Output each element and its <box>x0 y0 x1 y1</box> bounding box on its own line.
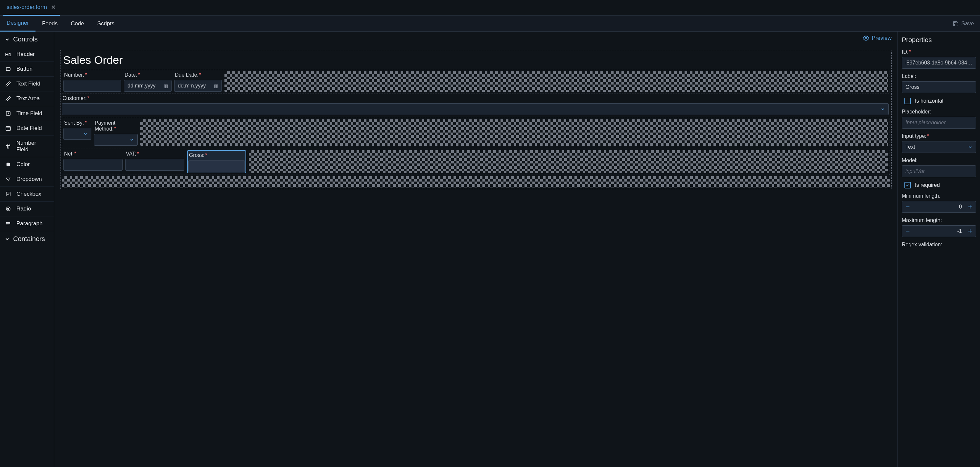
control-paragraph[interactable]: Paragraph <box>0 217 54 231</box>
field-customer[interactable]: Customer:* <box>62 95 889 115</box>
empty-drop-zone[interactable] <box>249 150 888 173</box>
pencil-icon <box>5 96 12 102</box>
tab-designer[interactable]: Designer <box>0 16 35 32</box>
control-checkbox[interactable]: Checkbox <box>0 187 54 202</box>
form-row[interactable]: Number:* Date:* dd.mm.yyyy ▦ Due Date:* <box>62 70 890 93</box>
properties-title: Properties <box>902 36 976 44</box>
plus-button[interactable]: + <box>964 227 976 236</box>
prop-min-length[interactable]: − 0 + <box>902 201 976 213</box>
field-vat[interactable]: VAT:* <box>125 150 185 173</box>
field-date[interactable]: Date:* dd.mm.yyyy ▦ <box>124 72 172 92</box>
prop-id-input[interactable]: i897eb603-1a8c-9b64-0342-0... <box>902 57 976 69</box>
field-due-date[interactable]: Due Date:* dd.mm.yyyy ▦ <box>174 72 222 92</box>
control-text-field[interactable]: Text Field <box>0 77 54 91</box>
field-sent-by[interactable]: Sent By:* <box>64 120 91 146</box>
chevron-down-icon <box>5 37 10 42</box>
required-marker: * <box>927 133 929 139</box>
prop-input-type-select[interactable]: Text <box>902 141 976 153</box>
save-button[interactable]: Save <box>953 21 974 27</box>
prop-max-length[interactable]: − -1 + <box>902 225 976 237</box>
field-gross[interactable]: Gross:* <box>187 150 246 173</box>
number-input[interactable] <box>64 80 121 92</box>
control-color[interactable]: Color <box>0 157 54 172</box>
tab-feeds[interactable]: Feeds <box>35 16 64 32</box>
radio-icon <box>5 206 12 212</box>
field-number[interactable]: Number:* <box>64 72 121 92</box>
date-input[interactable]: dd.mm.yyyy ▦ <box>124 80 172 92</box>
empty-drop-zone[interactable] <box>140 120 888 146</box>
chevron-down-icon <box>129 137 134 142</box>
file-tab-label: sales-order.form <box>6 4 47 11</box>
svg-point-18 <box>865 38 867 39</box>
vat-input[interactable] <box>125 159 185 171</box>
control-time-field[interactable]: Time Field <box>0 106 54 121</box>
chevron-down-icon <box>83 132 88 136</box>
empty-drop-zone[interactable] <box>224 72 888 92</box>
required-marker: * <box>909 49 911 54</box>
paragraph-icon <box>5 221 12 226</box>
required-marker: * <box>85 72 87 78</box>
plus-button[interactable]: + <box>964 202 976 211</box>
gross-input[interactable] <box>188 160 245 172</box>
checkbox-icon[interactable] <box>904 98 911 104</box>
control-date-field[interactable]: Date Field <box>0 121 54 136</box>
svg-rect-2 <box>6 127 11 131</box>
due-date-input[interactable]: dd.mm.yyyy ▦ <box>174 80 222 92</box>
button-icon <box>5 66 12 72</box>
prop-is-required[interactable]: Is required <box>904 182 976 188</box>
svg-line-9 <box>8 144 9 149</box>
control-button[interactable]: Button <box>0 62 54 77</box>
color-icon <box>5 161 12 167</box>
eye-icon <box>863 35 869 41</box>
prop-is-horizontal[interactable]: Is horizontal <box>904 98 976 104</box>
form-title[interactable]: Sales Order <box>62 52 890 70</box>
svg-rect-0 <box>6 68 10 71</box>
required-marker: * <box>115 126 116 132</box>
control-text-area[interactable]: Text Area <box>0 91 54 106</box>
control-number-field[interactable]: Number Field <box>0 136 54 157</box>
sent-by-select[interactable] <box>64 128 91 140</box>
control-header[interactable]: H1 Header <box>0 47 54 62</box>
svg-rect-12 <box>6 192 10 196</box>
header-icon: H1 <box>5 52 12 57</box>
svg-marker-11 <box>6 178 10 180</box>
form-row[interactable]: Customer:* <box>62 95 890 116</box>
empty-drop-zone[interactable] <box>62 176 890 188</box>
prop-label-input[interactable]: Gross <box>902 81 976 93</box>
calendar-icon[interactable]: ▦ <box>164 83 168 88</box>
pencil-icon <box>5 81 12 87</box>
tab-code[interactable]: Code <box>64 16 91 32</box>
mode-bar: Designer Feeds Code Scripts Save <box>0 16 980 32</box>
prop-placeholder-input[interactable]: Input placeholder <box>902 117 976 129</box>
customer-select[interactable] <box>62 103 889 115</box>
properties-panel: Properties ID:* i897eb603-1a8c-9b64-0342… <box>897 32 980 467</box>
file-tab[interactable]: sales-order.form ✕ <box>3 0 60 16</box>
field-net[interactable]: Net:* <box>64 150 123 173</box>
required-marker: * <box>74 151 76 156</box>
svg-point-14 <box>8 208 9 210</box>
preview-button[interactable]: Preview <box>863 35 892 41</box>
required-marker: * <box>84 120 86 126</box>
controls-group-header[interactable]: Controls <box>0 32 54 47</box>
close-icon[interactable]: ✕ <box>51 4 56 11</box>
containers-group-header[interactable]: Containers <box>0 231 54 247</box>
minus-button[interactable]: − <box>902 202 913 211</box>
form-canvas[interactable]: Sales Order Number:* Date:* dd.mm.yyyy ▦ <box>60 50 892 189</box>
checkbox-icon[interactable] <box>904 182 911 188</box>
payment-method-select[interactable] <box>94 134 138 146</box>
minus-button[interactable]: − <box>902 227 913 236</box>
calendar-icon[interactable]: ▦ <box>214 83 218 88</box>
checkbox-icon <box>5 191 12 197</box>
control-radio[interactable]: Radio <box>0 202 54 217</box>
controls-sidebar: Controls H1 Header Button Text Field Tex… <box>0 32 54 467</box>
field-payment-method[interactable]: Payment Method:* <box>94 120 138 146</box>
prop-model-input[interactable]: inputVar <box>902 166 976 177</box>
hash-icon <box>5 143 12 149</box>
form-row[interactable]: Net:* VAT:* Gross:* <box>62 149 890 175</box>
net-input[interactable] <box>64 159 123 171</box>
control-dropdown[interactable]: Dropdown <box>0 172 54 187</box>
file-tab-bar: sales-order.form ✕ <box>0 0 980 16</box>
chevron-down-icon <box>880 107 885 112</box>
form-row[interactable]: Sent By:* Payment Method:* <box>62 118 890 147</box>
tab-scripts[interactable]: Scripts <box>91 16 121 32</box>
